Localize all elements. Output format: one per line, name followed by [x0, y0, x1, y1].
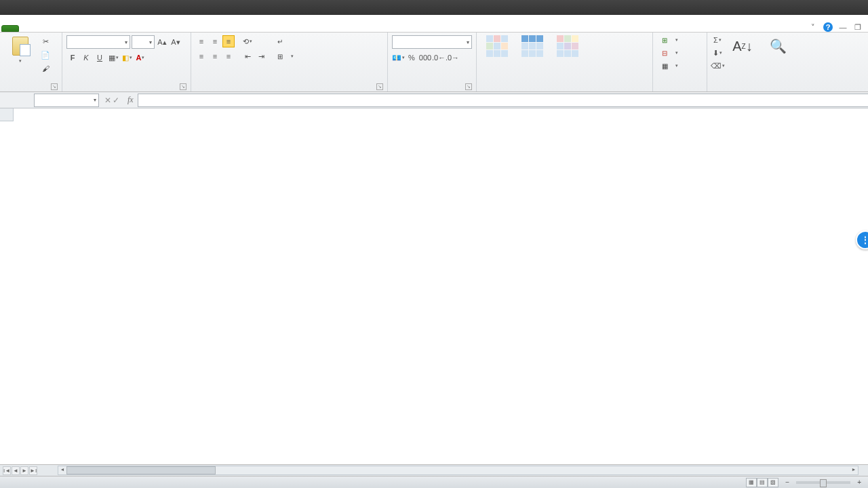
border-icon[interactable]: ▦	[107, 52, 119, 64]
ribbon: ▾ ✂ 📄 🖌 ↘ A▴ A▾ F K U ▦ ◧ A	[0, 33, 868, 92]
sheet-nav-next-icon[interactable]: ►	[20, 466, 28, 475]
format-as-table-button[interactable]	[516, 34, 549, 58]
increase-decimal-icon[interactable]: .0←	[433, 52, 445, 64]
fill-color-icon[interactable]: ◧	[121, 52, 133, 64]
formula-bar: ✕ ✓ fx	[0, 92, 868, 108]
zoom-in-icon[interactable]: +	[854, 479, 864, 486]
zoom-out-icon[interactable]: −	[783, 479, 792, 486]
decrease-decimal-icon[interactable]: .0→	[446, 52, 458, 64]
bold-icon[interactable]: F	[66, 52, 79, 64]
wrap-text-button[interactable]: ↵	[273, 35, 296, 47]
fill-icon[interactable]: ⬇	[711, 47, 724, 59]
accounting-format-icon[interactable]: 💶	[392, 52, 404, 64]
fx-icon[interactable]: fx	[123, 95, 138, 105]
name-box[interactable]	[34, 94, 99, 107]
font-color-icon[interactable]: A	[134, 52, 146, 64]
decrease-indent-icon[interactable]: ⇤	[241, 50, 254, 62]
sheet-nav-first-icon[interactable]: I◄	[3, 466, 11, 475]
find-select-button[interactable]: 🔍	[762, 34, 794, 60]
zoom-slider[interactable]	[796, 481, 850, 484]
align-middle-icon[interactable]: ≡	[209, 35, 221, 47]
delete-cells-button[interactable]: ⊟	[657, 47, 681, 59]
view-page-break-icon[interactable]: ▧	[768, 478, 778, 487]
window-restore-icon[interactable]: ❐	[853, 22, 863, 32]
editing-group-label	[711, 89, 825, 92]
view-page-layout-icon[interactable]: ▤	[757, 478, 768, 487]
select-all-corner[interactable]	[0, 108, 14, 121]
cut-icon[interactable]: ✂	[39, 35, 52, 47]
cancel-formula-icon[interactable]: ✕	[104, 96, 111, 105]
orientation-icon[interactable]: ⟲	[241, 35, 254, 47]
formula-input[interactable]	[138, 94, 868, 107]
clipboard-dialog-icon[interactable]: ↘	[51, 83, 58, 90]
help-icon[interactable]: ?	[823, 22, 833, 32]
font-dialog-icon[interactable]: ↘	[180, 83, 186, 90]
ribbon-tabs: ˅ ? — ❐	[0, 15, 868, 33]
format-painter-icon[interactable]: 🖌	[39, 62, 52, 75]
shrink-font-icon[interactable]: A▾	[170, 36, 182, 48]
italic-icon[interactable]: K	[80, 52, 92, 64]
font-name-combo[interactable]	[66, 35, 130, 49]
autosum-icon[interactable]: Σ	[711, 34, 724, 46]
merge-center-button[interactable]: ⊞	[273, 50, 296, 62]
format-cells-button[interactable]: ▦	[657, 60, 681, 72]
conditional-formatting-button[interactable]	[481, 34, 513, 58]
insert-cells-button[interactable]: ⊞	[657, 34, 681, 46]
paste-button[interactable]: ▾	[4, 34, 37, 65]
ribbon-minimize-icon[interactable]: ˅	[808, 22, 818, 32]
sort-filter-button[interactable]: AZ↓	[726, 34, 759, 60]
clear-icon[interactable]: ⌫	[711, 60, 724, 72]
tab-file[interactable]	[1, 25, 19, 32]
percent-format-icon[interactable]: %	[406, 52, 418, 64]
window-minimize-icon[interactable]: —	[838, 22, 848, 32]
sheet-nav-last-icon[interactable]: ►I	[29, 466, 37, 475]
number-format-combo[interactable]	[392, 35, 472, 49]
sheet-tab-bar: I◄ ◄ ► ►I	[0, 464, 868, 476]
increase-indent-icon[interactable]: ⇥	[255, 50, 267, 62]
cell-styles-button[interactable]	[551, 34, 584, 58]
styles-group-label	[481, 89, 648, 92]
align-left-icon[interactable]: ≡	[195, 50, 208, 62]
number-dialog-icon[interactable]: ↘	[465, 83, 472, 90]
align-center-icon[interactable]: ≡	[209, 50, 221, 62]
horizontal-scrollbar[interactable]	[58, 466, 859, 475]
align-top-icon[interactable]: ≡	[195, 35, 208, 47]
alignment-dialog-icon[interactable]: ↘	[376, 83, 383, 90]
sheet-nav-prev-icon[interactable]: ◄	[12, 466, 20, 475]
copy-icon[interactable]: 📄	[39, 49, 52, 61]
grow-font-icon[interactable]: A▴	[156, 36, 168, 48]
font-size-combo[interactable]	[132, 35, 155, 49]
spreadsheet-grid[interactable]	[0, 108, 868, 464]
view-normal-icon[interactable]: ▦	[746, 478, 757, 487]
enter-formula-icon[interactable]: ✓	[113, 96, 119, 105]
title-bar	[0, 0, 868, 15]
status-bar: ▦ ▤ ▧ − +	[0, 476, 868, 488]
align-right-icon[interactable]: ≡	[222, 50, 235, 62]
underline-icon[interactable]: U	[94, 52, 106, 64]
cells-group-label	[657, 89, 703, 92]
align-bottom-icon[interactable]: ≡	[222, 35, 235, 47]
comma-format-icon[interactable]: 000	[419, 52, 431, 64]
